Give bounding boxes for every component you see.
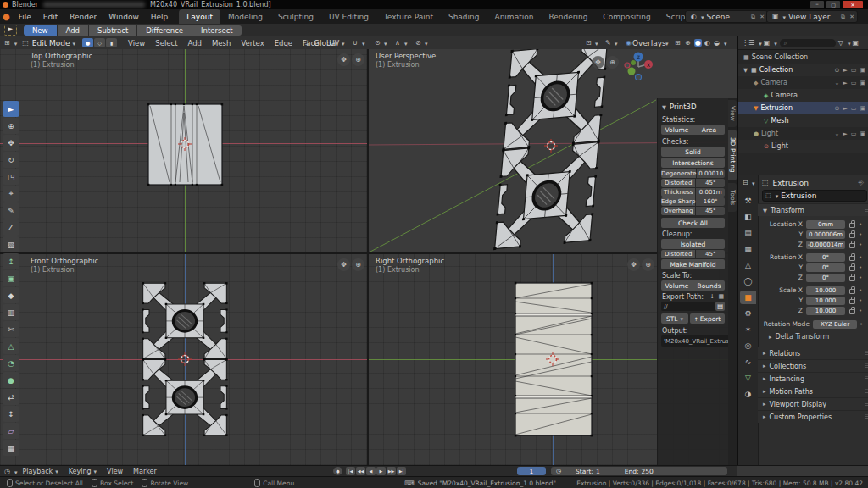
- tab-view-layer[interactable]: ▦: [740, 242, 756, 256]
- hide-icon[interactable]: ⌄: [834, 130, 839, 137]
- start-frame-field[interactable]: 1: [596, 468, 600, 475]
- relations-panel[interactable]: Relations☰: [758, 347, 868, 359]
- tool-scale[interactable]: ◳: [3, 169, 19, 185]
- tab-tool[interactable]: ⚒: [740, 194, 756, 208]
- tab-constraints[interactable]: ∿: [740, 355, 756, 369]
- scale-z-field[interactable]: 10.000: [806, 307, 845, 315]
- boolean-add-button[interactable]: Add: [58, 25, 88, 36]
- mode-selector[interactable]: Edit Mode: [32, 39, 70, 47]
- tool-edge-slide[interactable]: ⇄: [3, 389, 19, 405]
- outliner-row-light-object[interactable]: ● Light ⌄►▭▣: [738, 127, 868, 140]
- tool-measure[interactable]: ∠: [3, 219, 19, 236]
- edge-select-mode-icon[interactable]: ◇: [94, 38, 105, 47]
- minimize-button[interactable]: –: [810, 1, 824, 8]
- export-button[interactable]: ↑Export: [690, 313, 725, 324]
- outliner-row-extrusion-object[interactable]: ▼ Extrusion ⊙►▭▣: [738, 102, 868, 114]
- instancing-panel[interactable]: Instancing☰: [758, 372, 868, 385]
- current-frame-field[interactable]: 1: [517, 467, 546, 475]
- menu-edit[interactable]: Edit: [37, 9, 64, 24]
- render-disable-icon[interactable]: ▣: [860, 105, 865, 112]
- volume-button[interactable]: Volume: [661, 125, 693, 135]
- scale-bounds-button[interactable]: Bounds: [693, 280, 725, 291]
- selectable-icon[interactable]: ►: [843, 105, 847, 112]
- menu-window[interactable]: Window: [103, 9, 145, 24]
- workspace-tab-rendering[interactable]: Rendering: [541, 9, 595, 24]
- rotation-mode-dropdown[interactable]: XYZ Euler: [813, 320, 857, 329]
- make-manifold-button[interactable]: Make Manifold: [661, 259, 725, 269]
- sidebar-tab-view[interactable]: View: [728, 100, 737, 127]
- outliner-row-mesh-data[interactable]: ▽ Mesh: [738, 114, 868, 127]
- outliner-row-collection[interactable]: ▦ Collection ⊙►▭▣: [738, 64, 868, 76]
- play-reverse-button[interactable]: ◀: [366, 467, 376, 475]
- xray-icon[interactable]: ⊞: [675, 39, 681, 47]
- render-disable-icon[interactable]: ▣: [860, 67, 865, 74]
- tab-render[interactable]: ◧: [740, 210, 756, 224]
- tab-object-data[interactable]: ▽: [740, 371, 756, 385]
- lock-icon[interactable]: [848, 307, 856, 314]
- jump-to-end-button[interactable]: ▶|: [397, 467, 406, 475]
- boolean-subtract-button[interactable]: Subtract: [89, 25, 136, 36]
- print3d-panel-header[interactable]: Print3D: [662, 103, 697, 111]
- check-degenerate-row[interactable]: Degenerate0.00010: [661, 169, 725, 178]
- tab-modifiers[interactable]: ⚙: [740, 307, 756, 320]
- menu-select[interactable]: Select: [150, 36, 182, 49]
- shading-solid-icon[interactable]: ●: [694, 39, 702, 47]
- tool-transform[interactable]: ⌖: [3, 186, 19, 202]
- workspace-tab-compositing[interactable]: Compositing: [595, 9, 658, 24]
- check-distorted-row[interactable]: Distorted45°: [661, 179, 725, 187]
- tool-rotate[interactable]: ↻: [3, 152, 19, 168]
- hide-icon[interactable]: ⊙: [834, 67, 839, 74]
- rotation-x-field[interactable]: 0°: [806, 253, 845, 262]
- animate-dot-icon[interactable]: •: [859, 254, 862, 261]
- tool-inset-faces[interactable]: ▣: [3, 270, 19, 286]
- remove-view-layer-icon[interactable]: ✕: [849, 14, 854, 20]
- filter-collection-icon[interactable]: ▣: [764, 39, 771, 47]
- workspace-tab-uv-editing[interactable]: UV Editing: [321, 9, 376, 24]
- tool-select-box[interactable]: ►: [3, 101, 19, 117]
- viewport-disable-icon[interactable]: ▭: [851, 130, 857, 137]
- transform-panel-header[interactable]: Transform☰: [758, 203, 868, 216]
- custom-properties-panel[interactable]: Custom Properties☰: [758, 410, 868, 423]
- animate-dot-icon[interactable]: •: [859, 297, 862, 304]
- viewport-quad[interactable]: Top Orthographic (1) Extrusion User Pers…: [0, 49, 737, 465]
- close-button[interactable]: ✕: [843, 1, 863, 8]
- file-browse-icon[interactable]: ▤: [715, 302, 725, 311]
- pan-view-icon[interactable]: ✥: [627, 258, 640, 271]
- zoom-view-icon[interactable]: ⊕: [352, 53, 364, 66]
- search-input[interactable]: ⌕: [780, 39, 836, 47]
- falloff-icon[interactable]: ∧: [395, 39, 400, 47]
- gizmos-icon[interactable]: ✎: [605, 39, 611, 47]
- pan-view-icon[interactable]: ✥: [337, 258, 350, 271]
- view-layer-selector[interactable]: ▣ View Layer ⧉ ✕: [766, 10, 858, 23]
- pin-icon[interactable]: ⎆: [859, 179, 864, 187]
- menu-mesh[interactable]: Mesh: [207, 36, 236, 49]
- animate-dot-icon[interactable]: •: [859, 221, 862, 228]
- workspace-tab-shading[interactable]: Shading: [441, 9, 487, 24]
- active-tool-icon[interactable]: ►: [4, 25, 17, 36]
- play-button[interactable]: ▶: [376, 467, 386, 475]
- new-collection-icon[interactable]: ▣: [852, 39, 859, 47]
- snap-magnet-icon[interactable]: ∪: [353, 39, 358, 47]
- use-preview-range-icon[interactable]: ◷: [556, 468, 561, 474]
- editor-type-icon[interactable]: ⊟: [743, 179, 748, 186]
- scene-selector[interactable]: ◐ Scene ⧉ ✕: [685, 10, 768, 23]
- rotation-y-field[interactable]: 0°: [806, 263, 845, 272]
- workspace-tab-animation[interactable]: Animation: [487, 9, 542, 24]
- selectable-icon[interactable]: ►: [843, 67, 847, 74]
- remove-scene-icon[interactable]: ✕: [760, 14, 765, 20]
- menu-add[interactable]: Add: [183, 36, 207, 49]
- lock-icon[interactable]: [848, 241, 856, 248]
- viewport-display-panel[interactable]: Viewport Display☰: [758, 397, 868, 410]
- scale-x-field[interactable]: 10.000: [806, 286, 845, 295]
- boolean-intersect-button[interactable]: Intersect: [192, 25, 242, 36]
- sidebar-tab-tools[interactable]: Tools: [728, 183, 737, 212]
- shading-material-icon[interactable]: ◐: [704, 39, 710, 47]
- tab-output[interactable]: ▤: [740, 226, 756, 240]
- render-disable-icon[interactable]: ▣: [860, 130, 865, 137]
- menu-help[interactable]: Help: [145, 9, 175, 24]
- object-name-field[interactable]: ⬚ Extrusion: [762, 190, 867, 202]
- proportional-editing-icon[interactable]: ⊙: [375, 39, 381, 47]
- location-x-field[interactable]: 0mm: [806, 220, 845, 229]
- menu-vertex[interactable]: Vertex: [236, 36, 269, 49]
- check-edge-sharp-row[interactable]: Edge Sharp160°: [661, 197, 725, 206]
